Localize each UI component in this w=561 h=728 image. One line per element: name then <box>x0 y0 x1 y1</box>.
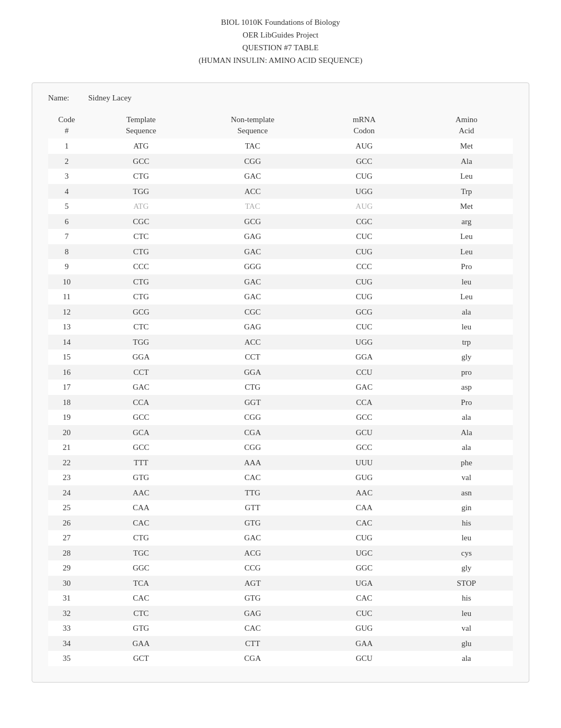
table-cell-0: 8 <box>48 244 85 260</box>
table-cell-4: Trp <box>420 184 513 199</box>
table-cell-1: CTG <box>85 530 197 546</box>
table-cell-2: TAC <box>197 199 308 214</box>
table-cell-2: GTT <box>197 500 308 515</box>
table-cell-3: GCC <box>308 440 420 455</box>
header-line4: (HUMAN INSULIN: AMINO ACID SEQUENCE) <box>32 54 529 67</box>
table-cell-1: TTT <box>85 455 197 471</box>
amino-acid-table: Code# TemplateSequence Non-templateSeque… <box>48 112 513 666</box>
table-cell-1: GCG <box>85 305 197 320</box>
table-cell-2: GAC <box>197 169 308 184</box>
table-row: 28TGCACGUGCcys <box>48 546 513 561</box>
content-box: Name: Sidney Lacey Code# TemplateSequenc… <box>32 82 529 683</box>
table-cell-1: CTG <box>85 169 197 184</box>
table-cell-0: 4 <box>48 184 85 199</box>
table-cell-1: TGG <box>85 335 197 350</box>
col-header-mrna: mRNACodon <box>308 112 420 139</box>
table-cell-0: 34 <box>48 636 85 651</box>
table-cell-2: GCG <box>197 214 308 229</box>
table-row: 6CGCGCGCGCarg <box>48 214 513 229</box>
table-cell-3: CCC <box>308 259 420 274</box>
table-row: 8CTGGACCUGLeu <box>48 244 513 260</box>
table-cell-3: CUC <box>308 606 420 621</box>
table-cell-1: CGC <box>85 214 197 229</box>
table-cell-0: 24 <box>48 485 85 501</box>
table-cell-1: CAC <box>85 515 197 531</box>
table-cell-4: arg <box>420 214 513 229</box>
table-cell-1: GCC <box>85 440 197 455</box>
table-cell-1: TCA <box>85 576 197 591</box>
table-cell-3: GCC <box>308 154 420 169</box>
table-cell-2: CTG <box>197 380 308 395</box>
table-cell-1: CTC <box>85 606 197 621</box>
table-cell-3: GAC <box>308 380 420 395</box>
table-cell-1: GCC <box>85 410 197 425</box>
table-cell-4: ala <box>420 305 513 320</box>
table-cell-2: CGA <box>197 425 308 440</box>
table-cell-3: UUU <box>308 455 420 471</box>
table-row: 25CAAGTTCAAgin <box>48 500 513 515</box>
table-cell-1: CTG <box>85 289 197 305</box>
table-cell-2: CTT <box>197 636 308 651</box>
table-cell-4: Ala <box>420 154 513 169</box>
table-row: 9CCCGGGCCCPro <box>48 259 513 274</box>
name-label: Name: <box>48 94 80 103</box>
table-cell-1: GGC <box>85 560 197 576</box>
table-cell-3: UGG <box>308 184 420 199</box>
table-cell-2: GGG <box>197 259 308 274</box>
table-cell-2: ACC <box>197 184 308 199</box>
table-cell-2: GAC <box>197 244 308 260</box>
table-cell-1: GCA <box>85 425 197 440</box>
table-cell-2: GAC <box>197 274 308 290</box>
table-cell-1: TGC <box>85 546 197 561</box>
table-cell-4: Met <box>420 139 513 154</box>
table-cell-0: 10 <box>48 274 85 290</box>
table-cell-4: ala <box>420 440 513 455</box>
table-cell-4: cys <box>420 546 513 561</box>
table-cell-0: 20 <box>48 425 85 440</box>
table-cell-4: gly <box>420 349 513 365</box>
table-cell-4: his <box>420 515 513 531</box>
table-cell-0: 3 <box>48 169 85 184</box>
table-row: 34GAACTTGAAglu <box>48 636 513 651</box>
table-cell-2: AGT <box>197 576 308 591</box>
table-cell-0: 26 <box>48 515 85 531</box>
table-cell-4: leu <box>420 319 513 335</box>
table-cell-1: GTG <box>85 621 197 636</box>
table-cell-1: CCC <box>85 259 197 274</box>
table-cell-1: GCT <box>85 651 197 666</box>
table-cell-4: Leu <box>420 289 513 305</box>
table-cell-3: CAA <box>308 500 420 515</box>
table-cell-1: GGA <box>85 349 197 365</box>
table-cell-4: val <box>420 470 513 485</box>
table-cell-0: 7 <box>48 229 85 244</box>
table-cell-0: 18 <box>48 395 85 410</box>
table-row: 21GCCCGGGCCala <box>48 440 513 455</box>
table-row: 14TGGACCUGGtrp <box>48 335 513 350</box>
table-row: 5ATGTACAUGMet <box>48 199 513 214</box>
table-cell-2: ACC <box>197 335 308 350</box>
table-row: 26CACGTGCAChis <box>48 515 513 531</box>
table-cell-1: CTC <box>85 319 197 335</box>
table-cell-3: GUG <box>308 470 420 485</box>
name-value: Sidney Lacey <box>88 94 132 103</box>
table-row: 20GCACGAGCUAla <box>48 425 513 440</box>
table-cell-2: CAC <box>197 470 308 485</box>
table-cell-1: GTG <box>85 470 197 485</box>
table-cell-0: 25 <box>48 500 85 515</box>
table-cell-4: ala <box>420 410 513 425</box>
table-cell-0: 13 <box>48 319 85 335</box>
table-cell-0: 30 <box>48 576 85 591</box>
page-header: BIOL 1010K Foundations of Biology OER Li… <box>32 16 529 67</box>
table-row: 27CTGGACCUGleu <box>48 530 513 546</box>
table-cell-4: STOP <box>420 576 513 591</box>
table-row: 1ATGTACAUGMet <box>48 139 513 154</box>
table-cell-0: 15 <box>48 349 85 365</box>
table-cell-4: Met <box>420 199 513 214</box>
table-row: 32CTCGAGCUCleu <box>48 606 513 621</box>
table-cell-1: TGG <box>85 184 197 199</box>
table-cell-0: 22 <box>48 455 85 471</box>
table-cell-3: CUG <box>308 274 420 290</box>
table-row: 11CTGGACCUGLeu <box>48 289 513 305</box>
table-cell-1: CTG <box>85 274 197 290</box>
table-cell-3: GGA <box>308 349 420 365</box>
